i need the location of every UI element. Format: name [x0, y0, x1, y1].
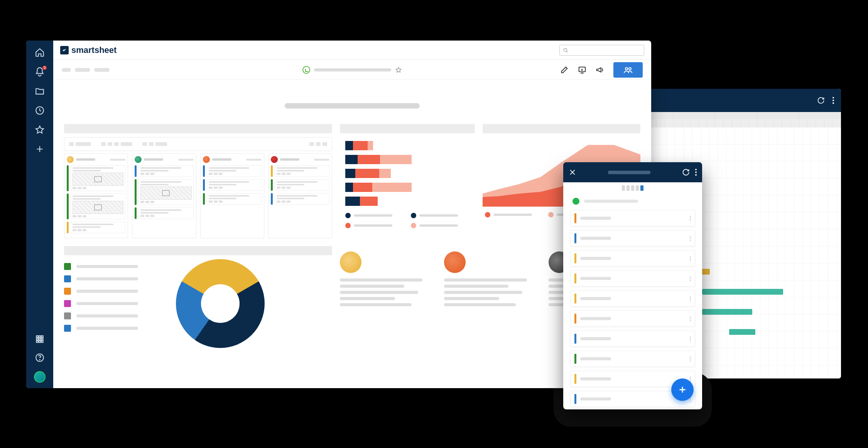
breadcrumb[interactable] — [75, 68, 90, 72]
edit-icon[interactable] — [560, 66, 569, 74]
drag-handle-icon[interactable] — [690, 296, 691, 301]
list-item[interactable] — [570, 210, 695, 226]
folder-icon[interactable] — [35, 86, 45, 96]
list-item[interactable] — [570, 230, 695, 246]
drag-handle-icon[interactable] — [690, 236, 691, 241]
svg-rect-7 — [36, 341, 38, 342]
help-icon[interactable] — [35, 353, 45, 363]
list-item[interactable] — [570, 250, 695, 266]
bar-chart-widget — [340, 124, 475, 238]
page-title — [314, 68, 391, 71]
brand-logo-icon — [60, 46, 69, 54]
breadcrumb[interactable] — [62, 68, 71, 72]
breadcrumb[interactable] — [94, 68, 110, 72]
gantt-bar[interactable] — [702, 309, 752, 315]
kanban-card[interactable] — [271, 193, 329, 205]
clock-icon[interactable] — [302, 66, 310, 74]
kanban-card[interactable] — [135, 179, 193, 205]
drag-handle-icon[interactable] — [690, 316, 691, 321]
kanban-column[interactable] — [268, 153, 332, 238]
kanban-card[interactable] — [67, 222, 125, 233]
list-item[interactable] — [64, 288, 153, 295]
search-icon — [563, 48, 568, 53]
user-avatar[interactable] — [34, 371, 46, 383]
legend-item — [411, 223, 465, 228]
list-item[interactable] — [64, 325, 153, 332]
drag-handle-icon[interactable] — [690, 216, 691, 221]
announce-icon[interactable] — [596, 66, 604, 74]
kanban-column[interactable] — [132, 153, 196, 238]
apps-icon[interactable] — [35, 334, 45, 344]
kanban-column[interactable] — [64, 153, 128, 238]
widget-title — [483, 124, 640, 133]
bar-row — [345, 141, 475, 150]
legend-item — [345, 223, 399, 228]
drag-handle-icon[interactable] — [690, 377, 691, 382]
favorite-star-icon[interactable] — [395, 66, 402, 73]
kanban-card[interactable] — [203, 193, 262, 205]
mobile-list[interactable] — [563, 210, 702, 407]
avatar — [340, 251, 361, 273]
svg-rect-3 — [41, 336, 43, 337]
refresh-icon[interactable] — [817, 97, 825, 104]
list-item[interactable] — [570, 270, 695, 287]
drag-handle-icon[interactable] — [690, 276, 691, 281]
dashboard-window: 3 — [26, 41, 651, 388]
more-icon[interactable] — [833, 97, 834, 104]
kanban-card[interactable] — [271, 179, 329, 191]
legend-item — [345, 213, 399, 218]
kanban-card[interactable] — [135, 207, 193, 219]
svg-point-11 — [39, 360, 40, 360]
present-icon[interactable] — [578, 66, 586, 74]
legend-item — [485, 212, 539, 217]
person-card[interactable] — [444, 251, 536, 348]
status-label — [584, 200, 638, 203]
brand-name: smartsheet — [71, 45, 117, 55]
list-item[interactable] — [570, 290, 695, 307]
mobile-panel — [563, 162, 702, 409]
drag-handle-icon[interactable] — [690, 356, 691, 361]
donut-chart — [176, 259, 265, 348]
gantt-bar[interactable] — [702, 289, 783, 295]
list-item[interactable] — [64, 300, 153, 307]
kanban-card[interactable] — [271, 165, 329, 177]
drag-handle-icon[interactable] — [690, 336, 691, 341]
kanban-card[interactable] — [67, 165, 125, 191]
notifications-icon[interactable]: 3 — [35, 67, 45, 77]
list-item[interactable] — [570, 331, 695, 347]
svg-rect-5 — [39, 338, 41, 340]
bar-chart — [340, 137, 475, 206]
fab-add-button[interactable] — [671, 378, 694, 401]
more-icon[interactable] — [695, 169, 697, 176]
share-button[interactable] — [613, 62, 643, 78]
list-item[interactable] — [64, 312, 153, 319]
list-item[interactable] — [64, 275, 153, 282]
kanban-toolbar[interactable] — [64, 137, 332, 151]
gantt-bar[interactable] — [729, 329, 755, 335]
star-icon[interactable] — [35, 125, 45, 135]
bar-row — [345, 183, 475, 192]
refresh-icon[interactable] — [682, 168, 690, 176]
status-dot-icon — [572, 198, 579, 205]
recent-icon[interactable] — [35, 105, 45, 115]
bar-row — [345, 197, 475, 206]
kanban-card[interactable] — [67, 193, 125, 219]
person-card[interactable] — [340, 251, 432, 348]
add-icon[interactable] — [35, 144, 45, 154]
kanban-card[interactable] — [203, 165, 262, 177]
close-icon[interactable] — [569, 168, 576, 176]
list-item[interactable] — [64, 263, 153, 270]
svg-rect-1 — [36, 336, 38, 337]
kanban-card[interactable] — [203, 179, 262, 191]
avatar — [271, 156, 278, 163]
brand[interactable]: smartsheet — [60, 45, 117, 55]
home-icon[interactable] — [35, 48, 45, 58]
title-area — [302, 66, 402, 74]
drag-handle-icon[interactable] — [690, 256, 691, 261]
list-item[interactable] — [570, 311, 695, 327]
kanban-card[interactable] — [135, 165, 193, 177]
section-title — [285, 103, 420, 109]
search-input[interactable] — [559, 45, 644, 56]
kanban-column[interactable] — [200, 153, 264, 238]
list-item[interactable] — [570, 351, 695, 367]
